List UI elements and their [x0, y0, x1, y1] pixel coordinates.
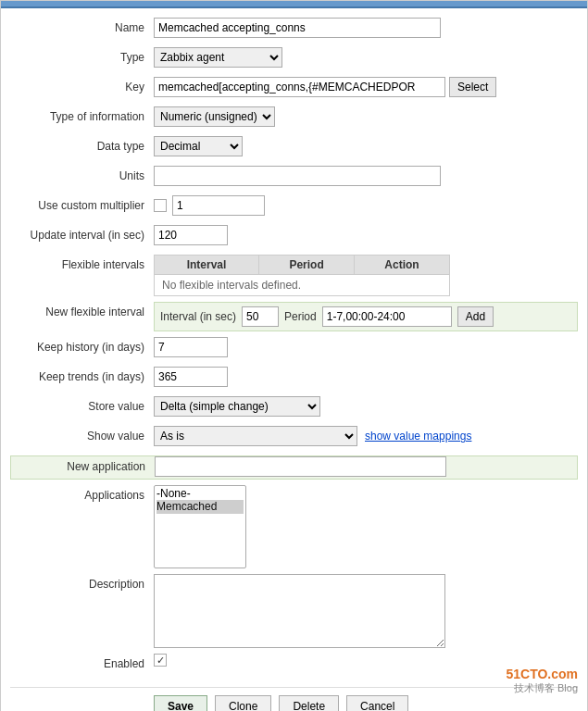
delete-button[interactable]: Delete: [279, 695, 339, 711]
col-interval: Interval: [155, 256, 259, 275]
store-control: As is Delta (speed per second) Delta (si…: [154, 396, 578, 417]
form-container: Name Type Zabbix agent Zabbix agent (act…: [1, 8, 587, 711]
new-flex-label: New flexible interval: [10, 302, 154, 318]
new-flex-inner: Interval (in sec) Period Add: [154, 302, 578, 331]
watermark-blog: 技术博客 Blog: [506, 681, 578, 695]
period-input[interactable]: [322, 306, 452, 327]
trends-label: Keep trends (in days): [10, 367, 154, 383]
data-type-select[interactable]: Decimal Octal Hexadecimal Boolean: [154, 136, 243, 156]
new-flex-row: New flexible interval Interval (in sec) …: [10, 302, 578, 331]
enabled-control: [154, 654, 578, 667]
add-button[interactable]: Add: [457, 306, 494, 327]
apps-row: Applications -None- Memcached: [10, 485, 578, 568]
apps-list[interactable]: -None- Memcached: [154, 485, 246, 568]
type-info-label: Type of information: [10, 106, 154, 123]
new-app-row: New application: [10, 455, 578, 480]
key-select-button[interactable]: Select: [449, 77, 496, 97]
new-app-input[interactable]: [155, 456, 446, 477]
watermark: 51CTO.com 技术博客 Blog: [506, 667, 578, 695]
apps-control: -None- Memcached: [154, 485, 578, 568]
app-memcached[interactable]: Memcached: [156, 500, 244, 513]
app-none[interactable]: -None-: [156, 487, 244, 500]
update-input[interactable]: [154, 225, 228, 245]
key-control: Select: [154, 77, 578, 97]
history-input[interactable]: [154, 337, 228, 357]
update-label: Update interval (in sec): [10, 225, 154, 242]
multiplier-inner: [154, 195, 265, 216]
new-app-control: [155, 456, 577, 477]
trends-input[interactable]: [154, 367, 228, 387]
trends-row: Keep trends (in days): [10, 367, 578, 391]
history-control: [154, 337, 578, 357]
flexible-control: Interval Period Action No flexible inter…: [154, 255, 578, 296]
units-row: Units: [10, 166, 578, 190]
update-control: [154, 225, 578, 245]
clone-button[interactable]: Clone: [215, 695, 271, 711]
flexible-table: Interval Period Action No flexible inter…: [154, 255, 450, 296]
col-action: Action: [355, 256, 450, 275]
show-value-inner: As is show value mappings: [154, 426, 471, 446]
data-type-control: Decimal Octal Hexadecimal Boolean: [154, 136, 578, 156]
new-flex-control: Interval (in sec) Period Add: [154, 302, 578, 331]
type-select[interactable]: Zabbix agent Zabbix agent (active) Simpl…: [154, 47, 282, 68]
description-textarea[interactable]: [154, 574, 445, 648]
show-value-mappings-link[interactable]: show value mappings: [365, 430, 471, 443]
type-info-control: Numeric (unsigned) Character Log Numeric…: [154, 106, 578, 127]
history-label: Keep history (in days): [10, 337, 154, 354]
key-row: Key Select: [10, 77, 578, 101]
page-wrapper: Name Type Zabbix agent Zabbix agent (act…: [0, 0, 588, 711]
update-row: Update interval (in sec): [10, 225, 578, 249]
footer-bar: Save Clone Delete Cancel: [10, 687, 578, 711]
units-label: Units: [10, 166, 154, 182]
store-row: Store value As is Delta (speed per secon…: [10, 396, 578, 420]
empty-msg: No flexible intervals defined.: [155, 275, 450, 296]
save-button[interactable]: Save: [154, 695, 207, 711]
col-period: Period: [259, 256, 355, 275]
table-empty-row: No flexible intervals defined.: [155, 275, 450, 296]
flexible-row: Flexible intervals Interval Period Actio…: [10, 255, 578, 296]
name-input[interactable]: [154, 18, 441, 38]
store-select[interactable]: As is Delta (speed per second) Delta (si…: [154, 396, 320, 417]
enabled-label: Enabled: [10, 654, 154, 670]
new-app-label: New application: [11, 456, 155, 473]
interval-sec-label: Interval (in sec): [160, 310, 236, 323]
data-type-row: Data type Decimal Octal Hexadecimal Bool…: [10, 136, 578, 160]
watermark-site: 51CTO.com: [506, 667, 578, 681]
description-label: Description: [10, 574, 154, 591]
type-info-select[interactable]: Numeric (unsigned) Character Log Numeric…: [154, 106, 275, 127]
type-control: Zabbix agent Zabbix agent (active) Simpl…: [154, 47, 578, 68]
show-value-row: Show value As is show value mappings: [10, 426, 578, 450]
show-value-label: Show value: [10, 426, 154, 443]
description-control: [154, 574, 578, 648]
name-label: Name: [10, 18, 154, 34]
enabled-checkbox[interactable]: [154, 654, 167, 667]
show-value-select[interactable]: As is: [154, 426, 357, 446]
multiplier-label: Use custom multiplier: [10, 195, 154, 212]
multiplier-control: [154, 195, 578, 216]
interval-sec-input[interactable]: [242, 306, 279, 327]
type-info-row: Type of information Numeric (unsigned) C…: [10, 106, 578, 131]
history-row: Keep history (in days): [10, 337, 578, 361]
name-row: Name: [10, 18, 578, 42]
store-label: Store value: [10, 396, 154, 413]
multiplier-row: Use custom multiplier: [10, 195, 578, 219]
data-type-label: Data type: [10, 136, 154, 153]
multiplier-input[interactable]: [172, 195, 265, 216]
key-input[interactable]: [154, 77, 445, 97]
enabled-row: Enabled: [10, 654, 578, 678]
units-input[interactable]: [154, 166, 441, 186]
key-inner-row: Select: [154, 77, 496, 97]
multiplier-checkbox[interactable]: [154, 199, 167, 212]
key-label: Key: [10, 77, 154, 94]
top-bar: [1, 1, 587, 8]
units-control: [154, 166, 578, 186]
type-row: Type Zabbix agent Zabbix agent (active) …: [10, 47, 578, 71]
apps-label: Applications: [10, 485, 154, 502]
name-control: [154, 18, 578, 38]
description-row: Description: [10, 574, 578, 648]
cancel-button[interactable]: Cancel: [346, 695, 408, 711]
type-label: Type: [10, 47, 154, 64]
show-value-control: As is show value mappings: [154, 426, 578, 446]
period-label: Period: [284, 310, 317, 323]
flexible-label: Flexible intervals: [10, 255, 154, 271]
